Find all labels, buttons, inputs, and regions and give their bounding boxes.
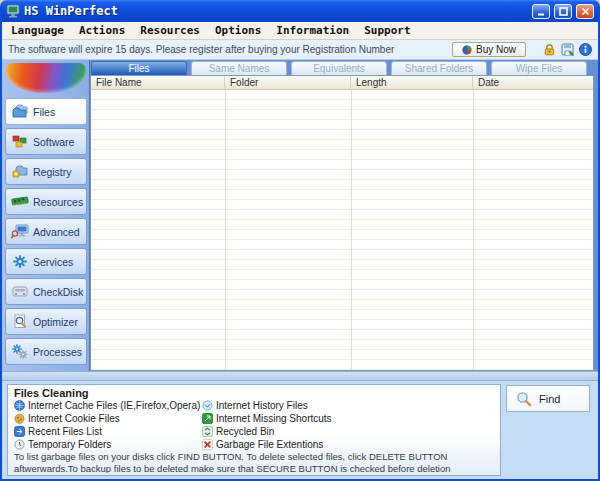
sidebar-item-label: CheckDisk <box>33 286 83 298</box>
menu-information[interactable]: Information <box>276 24 349 37</box>
panel-title: Files Cleaning <box>14 387 494 399</box>
sidebar-item-files[interactable]: Files <box>5 98 87 125</box>
main-area: Files Software Registry Resources <box>2 60 598 371</box>
sidebar-item-advanced[interactable]: Advanced <box>5 218 87 245</box>
splitter-bar[interactable] <box>2 371 598 381</box>
maximize-button[interactable] <box>554 4 572 19</box>
sidebar: Files Software Registry Resources <box>2 60 90 371</box>
column-header-file-name[interactable]: File Name <box>91 76 225 89</box>
buy-now-button[interactable]: Buy Now <box>452 42 526 57</box>
column-header-folder[interactable]: Folder <box>225 76 351 89</box>
magnifier-icon <box>516 391 532 407</box>
table-header: File Name Folder Length Date <box>91 76 593 90</box>
folder-icon <box>10 104 29 119</box>
computer-search-icon <box>10 224 29 239</box>
cleaning-item-missing-shortcuts[interactable]: Internet Missing Shortcuts <box>202 412 332 425</box>
cleaning-item-cookies[interactable]: Internet Cookie Files <box>14 412 196 425</box>
cleaning-item-recycled-bin[interactable]: Recycled Bin <box>202 425 332 438</box>
tab-wipe-files[interactable]: Wipe Files <box>491 61 587 75</box>
cleaning-item-history[interactable]: Internet History Files <box>202 399 332 412</box>
sidebar-item-resources[interactable]: Resources <box>5 188 87 215</box>
find-button-label: Find <box>539 393 560 405</box>
column-header-date[interactable]: Date <box>473 76 593 89</box>
cleaning-item-temp-folders[interactable]: Temporary Folders <box>14 438 196 451</box>
close-button[interactable] <box>576 4 594 19</box>
menu-resources[interactable]: Resources <box>140 24 200 37</box>
info-icon[interactable] <box>579 43 592 56</box>
menu-options[interactable]: Options <box>215 24 261 37</box>
sidebar-item-label: Resources <box>33 196 83 208</box>
cookie-icon <box>14 413 25 424</box>
app-window: HS WinPerfect Language Actions Resources… <box>0 0 600 481</box>
recycle-bin-icon <box>202 426 213 437</box>
tab-same-names[interactable]: Same Names <box>191 61 287 75</box>
sidebar-item-label: Optimizer <box>33 316 78 328</box>
bottom-right-area: Find <box>506 384 594 476</box>
bottom-area: Files Cleaning Internet Cache Files (IE,… <box>2 381 598 479</box>
cleaning-item-label: Internet Cache Files (IE,Firefox,Opera) <box>28 400 200 411</box>
cleaning-item-garbage-extensions[interactable]: Garbage File Extentions <box>202 438 332 451</box>
instructions-text: To list garbage files on your disks clic… <box>14 451 494 473</box>
tab-shared-folders[interactable]: Shared Folders <box>391 61 487 75</box>
magnifier-document-icon <box>10 314 29 329</box>
tab-equivalents[interactable]: Equivalents <box>291 61 387 75</box>
cleaning-item-label: Internet Cookie Files <box>28 413 120 424</box>
cleaning-item-internet-cache[interactable]: Internet Cache Files (IE,Firefox,Opera) <box>14 399 196 412</box>
software-blocks-icon <box>10 134 29 149</box>
red-x-icon <box>202 439 213 450</box>
file-list-body[interactable] <box>91 90 593 370</box>
sidebar-item-checkdisk[interactable]: CheckDisk <box>5 278 87 305</box>
menu-bar: Language Actions Resources Options Infor… <box>2 22 598 40</box>
cleaning-item-label: Internet Missing Shortcuts <box>216 413 332 424</box>
app-icon <box>6 4 20 18</box>
column-divider <box>225 90 226 370</box>
temp-folder-icon <box>14 439 25 450</box>
memory-chip-icon <box>10 194 29 209</box>
save-icon[interactable] <box>561 43 574 56</box>
sidebar-item-software[interactable]: Software <box>5 128 87 155</box>
sidebar-item-processes[interactable]: Processes <box>5 338 87 365</box>
rainbow-logo <box>6 63 86 93</box>
cleaning-item-label: Internet History Files <box>216 400 308 411</box>
menu-actions[interactable]: Actions <box>79 24 125 37</box>
cleaning-item-label: Garbage File Extentions <box>216 439 323 450</box>
window-title: HS WinPerfect <box>24 4 528 18</box>
content-area: Files Same Names Equivalents Shared Fold… <box>90 60 598 371</box>
title-bar: HS WinPerfect <box>2 0 598 22</box>
sidebar-item-registry[interactable]: Registry <box>5 158 87 185</box>
menu-support[interactable]: Support <box>364 24 410 37</box>
cleaning-items: Internet Cache Files (IE,Firefox,Opera) … <box>14 399 494 451</box>
expiry-notice: The software will expire 15 days. Please… <box>8 44 447 55</box>
cleaning-item-label: Recycled Bin <box>216 426 274 437</box>
column-header-length[interactable]: Length <box>351 76 473 89</box>
sidebar-item-label: Software <box>33 136 74 148</box>
tab-strip: Files Same Names Equivalents Shared Fold… <box>90 60 594 75</box>
cleaning-item-label: Recent Files List <box>28 426 102 437</box>
globe-icon <box>14 400 25 411</box>
shortcut-icon <box>202 413 213 424</box>
cleaning-item-label: Temporary Folders <box>28 439 111 450</box>
find-button[interactable]: Find <box>506 385 590 412</box>
lock-icon[interactable] <box>543 43 556 56</box>
menu-language[interactable]: Language <box>11 24 64 37</box>
sidebar-item-label: Services <box>33 256 73 268</box>
recent-files-icon <box>14 426 25 437</box>
notice-bar: The software will expire 15 days. Please… <box>2 40 598 60</box>
sidebar-item-label: Registry <box>33 166 72 178</box>
buy-now-icon <box>462 45 472 55</box>
sidebar-item-label: Advanced <box>33 226 80 238</box>
sidebar-item-label: Files <box>33 106 55 118</box>
buy-now-label: Buy Now <box>476 44 516 55</box>
gear-icon <box>10 254 29 269</box>
column-divider <box>473 90 474 370</box>
file-table: File Name Folder Length Date <box>90 75 594 371</box>
minimize-button[interactable] <box>532 4 550 19</box>
registry-icon <box>10 164 29 179</box>
sidebar-item-services[interactable]: Services <box>5 248 87 275</box>
tab-files[interactable]: Files <box>91 61 187 75</box>
sidebar-item-label: Processes <box>33 346 82 358</box>
sidebar-item-optimizer[interactable]: Optimizer <box>5 308 87 335</box>
cleaning-item-recent-files[interactable]: Recent Files List <box>14 425 196 438</box>
hard-drive-icon <box>10 284 29 299</box>
column-divider <box>351 90 352 370</box>
